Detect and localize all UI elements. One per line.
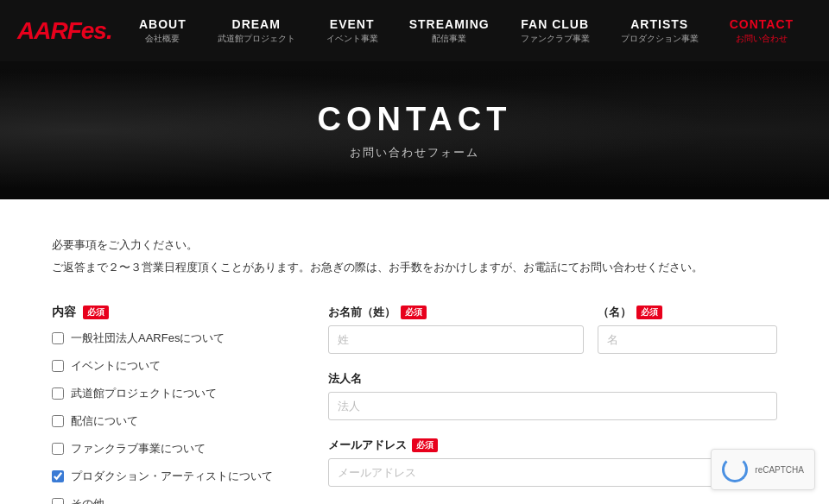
header: AARFes. ABOUT 会社概要 DREAM 武道館プロジェクト EVENT…: [0, 0, 829, 61]
nav-sub-artists: プロダクション事業: [621, 33, 699, 45]
company-row: 法人名: [328, 371, 777, 420]
checkbox-item-cb6[interactable]: プロダクション・アーティストについて: [52, 469, 276, 484]
nav-sub-event: イベント事業: [326, 33, 378, 45]
intro-line1: 必要事項をご入力ください。: [52, 234, 777, 256]
recaptcha-label: reCAPTCHA: [755, 465, 804, 475]
last-name-label: お名前（姓） 必須: [328, 305, 584, 320]
hero-subtitle: お問い合わせフォーム: [350, 145, 479, 161]
required-badge: 必須: [83, 306, 109, 319]
checkbox-cb7[interactable]: [52, 498, 64, 504]
nav-main-contact: CONTACT: [730, 17, 794, 31]
first-name-label: （名） 必須: [598, 305, 777, 320]
checkbox-item-cb3[interactable]: 武道館プロジェクトについて: [52, 386, 276, 401]
nav-main-streaming: STREAMING: [409, 17, 490, 31]
main-content: 必要事項をご入力ください。 ご返答まで２〜３営業日程度頂くことがあります。お急ぎ…: [0, 199, 829, 504]
email-input[interactable]: [328, 458, 777, 487]
company-label: 法人名: [328, 371, 777, 387]
checkbox-cb3[interactable]: [52, 387, 64, 400]
nav-item-event[interactable]: EVENT イベント事業: [311, 17, 394, 45]
email-label: メールアドレス 必須: [328, 438, 777, 453]
first-name-required: 必須: [636, 306, 662, 319]
checkbox-item-cb1[interactable]: 一般社団法人AARFesについて: [52, 331, 276, 346]
content-label: 内容 必須: [52, 305, 276, 320]
nav-main-event: EVENT: [330, 17, 375, 31]
nav-sub-contact: お問い合わせ: [736, 33, 788, 45]
checkbox-label-cb3: 武道館プロジェクトについて: [71, 386, 217, 401]
form-left: 内容 必須 一般社団法人AARFesについてイベントについて武道館プロジェクトに…: [52, 305, 276, 504]
checkbox-cb5[interactable]: [52, 443, 64, 455]
checkbox-label-cb2: イベントについて: [71, 358, 161, 374]
logo[interactable]: AARFes.: [17, 17, 121, 45]
checkbox-label-cb5: ファンクラブ事業について: [71, 441, 206, 457]
intro-text: 必要事項をご入力ください。 ご返答まで２〜３営業日程度頂くことがあります。お急ぎ…: [52, 234, 777, 279]
recaptcha-widget: reCAPTCHA: [711, 449, 815, 490]
hero-section: CONTACT お問い合わせフォーム: [0, 61, 829, 199]
nav-sub-about: 会社概要: [145, 33, 180, 45]
checkbox-item-cb4[interactable]: 配信について: [52, 413, 276, 429]
nav-main-fanclub: FAN CLUB: [521, 17, 589, 31]
checkbox-label-cb6: プロダクション・アーティストについて: [71, 469, 273, 484]
recaptcha-spinner: [722, 457, 748, 482]
form-section: 内容 必須 一般社団法人AARFesについてイベントについて武道館プロジェクトに…: [52, 305, 777, 504]
checkbox-list: 一般社団法人AARFesについてイベントについて武道館プロジェクトについて配信に…: [52, 331, 276, 504]
nav-sub-fanclub: ファンクラブ事業: [521, 33, 590, 45]
hero-title: CONTACT: [318, 101, 512, 138]
checkbox-item-cb7[interactable]: その他: [52, 496, 276, 504]
checkbox-label-cb4: 配信について: [71, 413, 138, 429]
nav-main-about: ABOUT: [139, 17, 187, 31]
nav-item-contact[interactable]: CONTACT お問い合わせ: [714, 17, 809, 45]
checkbox-cb2[interactable]: [52, 360, 64, 372]
checkbox-cb6[interactable]: [52, 470, 64, 482]
main-nav: ABOUT 会社概要 DREAM 武道館プロジェクト EVENT イベント事業 …: [121, 17, 812, 45]
company-input[interactable]: [328, 392, 777, 420]
nav-item-artists[interactable]: ARTISTS プロダクション事業: [605, 17, 714, 45]
nav-item-dream[interactable]: DREAM 武道館プロジェクト: [202, 17, 311, 45]
checkbox-cb4[interactable]: [52, 415, 64, 427]
nav-sub-dream: 武道館プロジェクト: [218, 33, 295, 45]
nav-item-streaming[interactable]: STREAMING 配信事業: [394, 17, 505, 45]
checkbox-item-cb5[interactable]: ファンクラブ事業について: [52, 441, 276, 457]
form-right: お名前（姓） 必須 （名） 必須 法人名: [328, 305, 777, 504]
first-name-input[interactable]: [598, 325, 777, 354]
first-name-group: （名） 必須: [598, 305, 777, 354]
last-name-group: お名前（姓） 必須: [328, 305, 584, 354]
checkbox-item-cb2[interactable]: イベントについて: [52, 358, 276, 374]
checkbox-label-cb7: その他: [71, 496, 104, 504]
name-row: お名前（姓） 必須 （名） 必須: [328, 305, 777, 354]
email-row: メールアドレス 必須: [328, 438, 777, 487]
email-required: 必須: [412, 438, 438, 452]
intro-line2: ご返答まで２〜３営業日程度頂くことがあります。お急ぎの際は、お手数をおかけします…: [52, 256, 777, 279]
nav-main-artists: ARTISTS: [630, 17, 688, 31]
nav-item-about[interactable]: ABOUT 会社概要: [123, 17, 202, 45]
nav-main-dream: DREAM: [232, 17, 281, 31]
last-name-required: 必須: [401, 306, 427, 319]
nav-item-fanclub[interactable]: FAN CLUB ファンクラブ事業: [505, 17, 605, 45]
last-name-input[interactable]: [328, 325, 584, 354]
checkbox-cb1[interactable]: [52, 332, 64, 344]
checkbox-label-cb1: 一般社団法人AARFesについて: [71, 331, 225, 346]
nav-sub-streaming: 配信事業: [432, 33, 466, 45]
